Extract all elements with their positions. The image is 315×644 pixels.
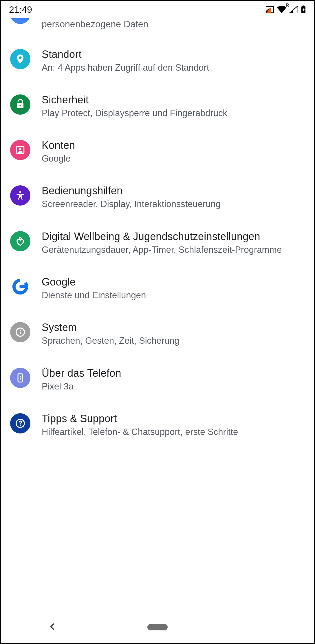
settings-item-datenschutz-partial[interactable]: personenbezogene Daten	[1, 18, 314, 38]
signal-roaming-label: R	[286, 3, 289, 8]
signal-icon	[289, 6, 298, 13]
svg-point-3	[19, 105, 21, 106]
settings-item-google[interactable]: Google Dienste und Einstellungen	[1, 266, 314, 311]
svg-point-6	[19, 191, 21, 193]
settings-item-title: Bedienungshilfen	[42, 184, 303, 197]
settings-item-title: Digital Wellbeing & Jugendschutzeinstell…	[42, 230, 303, 243]
settings-item-title: System	[42, 321, 303, 334]
nav-home-pill[interactable]	[147, 624, 168, 630]
svg-rect-9	[20, 285, 28, 288]
phone-info-icon	[10, 368, 30, 388]
settings-item-subtitle: Screenreader, Display, Interaktionssteue…	[42, 198, 303, 210]
settings-item-subtitle: Gerätenutzungsdauer, App-Timer, Schlafen…	[42, 244, 303, 256]
battery-charging-icon	[301, 6, 306, 14]
svg-rect-15	[20, 377, 21, 380]
settings-item-subtitle: Hilfeartikel, Telefon- & Chatsupport, er…	[42, 426, 303, 438]
wifi-icon	[277, 6, 286, 13]
svg-point-5	[19, 148, 21, 150]
account-icon	[10, 140, 30, 160]
status-bar: 21:49 R	[1, 1, 314, 18]
status-icons: R	[265, 6, 306, 14]
settings-item-system[interactable]: System Sprachen, Gesten, Zeit, Sicherung	[1, 311, 314, 356]
settings-item-standort[interactable]: Standort An: 4 Apps haben Zugriff auf de…	[1, 38, 314, 83]
status-time: 21:49	[9, 4, 32, 15]
settings-item-sicherheit[interactable]: Sicherheit Play Protect, Displaysperre u…	[1, 83, 314, 129]
settings-list: personenbezogene Daten Standort An: 4 Ap…	[1, 18, 314, 611]
settings-item-subtitle: Pixel 3a	[42, 381, 303, 392]
wellbeing-icon	[10, 231, 30, 251]
svg-rect-1	[303, 6, 304, 7]
privacy-icon	[10, 18, 30, 24]
settings-item-title: Google	[42, 275, 303, 288]
settings-item-konten[interactable]: Konten Google	[1, 129, 314, 174]
svg-rect-12	[20, 332, 21, 335]
settings-item-subtitle: Sprachen, Gesten, Zeit, Sicherung	[42, 335, 303, 347]
settings-item-tipps-support[interactable]: Tipps & Support Hilfeartikel, Telefon- &…	[1, 402, 314, 448]
location-icon	[10, 49, 30, 69]
settings-item-title: Konten	[42, 139, 303, 152]
settings-item-title: Sicherheit	[42, 93, 303, 106]
help-icon	[10, 413, 30, 433]
info-icon	[10, 322, 30, 342]
settings-item-about-phone[interactable]: Über das Telefon Pixel 3a	[1, 357, 314, 402]
settings-item-subtitle: Dienste und Einstellungen	[42, 290, 303, 301]
accessibility-icon	[10, 185, 30, 206]
settings-item-subtitle: An: 4 Apps haben Zugriff auf den Standor…	[42, 62, 303, 74]
settings-item-title: Über das Telefon	[42, 367, 303, 380]
lock-open-icon	[10, 94, 30, 115]
settings-item-subtitle: Google	[42, 153, 303, 164]
settings-item-wellbeing[interactable]: Digital Wellbeing & Jugendschutzeinstell…	[1, 220, 314, 266]
settings-item-title: Standort	[42, 48, 303, 61]
google-icon	[10, 277, 30, 297]
cast-icon	[265, 6, 274, 13]
navigation-bar	[1, 611, 314, 643]
svg-point-11	[20, 330, 21, 331]
svg-point-14	[20, 376, 21, 377]
settings-item-bedienungshilfen[interactable]: Bedienungshilfen Screenreader, Display, …	[1, 174, 314, 220]
settings-item-title: Tipps & Support	[42, 412, 303, 425]
svg-point-17	[20, 425, 21, 426]
nav-back-button[interactable]	[48, 622, 57, 632]
settings-item-subtitle: Play Protect, Displaysperre und Fingerab…	[42, 107, 303, 119]
settings-item-subtitle: personenbezogene Daten	[42, 19, 148, 29]
